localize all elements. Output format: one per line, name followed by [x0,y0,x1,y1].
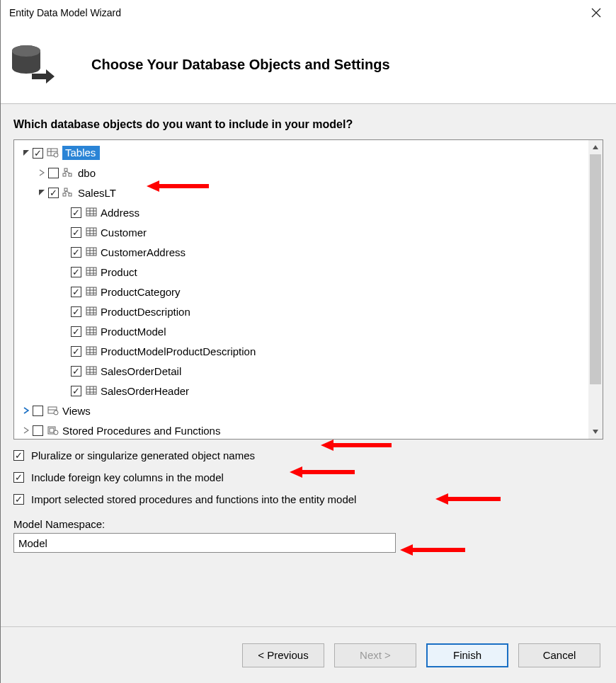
svg-point-7 [54,153,58,157]
table-icon [85,207,98,218]
tree-node-views[interactable]: Views [16,401,587,420]
tree-node-table[interactable]: CustomerAddress [16,242,587,262]
checkbox-sprocs[interactable] [33,425,43,436]
table-icon [85,286,98,297]
titlebar: Entity Data Model Wizard [1,0,616,25]
finish-button[interactable]: Finish [426,643,508,667]
checkbox-dbo[interactable] [48,168,59,178]
checkbox-table[interactable] [71,346,81,357]
tree-label-table: SalesOrderDetail [101,365,181,377]
scroll-thumb[interactable] [590,154,601,384]
svg-rect-10 [69,173,72,176]
namespace-label: Model Namespace: [13,518,603,530]
checkbox-table[interactable] [71,247,81,258]
tree-node-saleslt[interactable]: SalesLT [16,183,587,202]
namespace-input[interactable] [13,533,396,553]
chevron-down-icon[interactable] [35,189,48,196]
tree-label-table: ProductCategory [101,286,181,298]
svg-rect-48 [86,327,96,335]
wizard-window: Entity Data Model Wizard Choose Your Dat… [0,0,616,683]
button-row: < Previous Next > Finish Cancel [1,626,616,683]
table-icon [85,306,98,317]
checkbox-table[interactable] [71,326,81,337]
tree-node-table[interactable]: Product [16,262,587,282]
tree-node-table[interactable]: ProductModelProductDescription [16,341,587,361]
tree-label-views: Views [62,405,91,417]
chevron-right-icon[interactable] [20,407,33,414]
prompt-label: Which database objects do you want to in… [13,118,603,131]
chevron-right-icon[interactable] [35,169,48,176]
tree-node-table[interactable]: Address [16,202,587,222]
svg-line-12 [66,171,70,173]
svg-point-3 [12,45,40,57]
tree-label-table: Customer [101,226,147,239]
checkbox-table[interactable] [71,207,81,218]
banner: Choose Your Database Objects and Setting… [1,25,616,103]
tree-label-tables: Tables [62,146,100,160]
annotation-arrow [400,544,465,556]
scroll-down-icon[interactable] [588,425,603,439]
cancel-button[interactable]: Cancel [518,643,600,667]
banner-heading: Choose Your Database Objects and Setting… [77,57,390,73]
checkbox-table[interactable] [71,386,81,396]
svg-rect-28 [86,248,96,256]
tree-label-dbo: dbo [78,167,96,179]
option-foreign-keys-label: Include foreign key columns in the model [31,471,224,483]
next-button[interactable]: Next > [334,643,416,667]
svg-rect-23 [86,228,96,236]
checkbox-pluralize[interactable] [13,450,24,461]
object-tree[interactable]: Tables dbo [13,139,603,440]
checkbox-table[interactable] [71,306,81,317]
checkbox-table[interactable] [71,287,81,297]
checkbox-table[interactable] [71,267,81,277]
checkbox-table[interactable] [71,366,81,377]
chevron-down-icon[interactable] [20,149,33,156]
tree-node-table[interactable]: SalesOrderHeader [16,381,587,401]
svg-rect-15 [69,193,72,196]
checkbox-foreign-keys[interactable] [13,472,24,483]
tree-node-tables[interactable]: Tables [16,143,587,163]
close-icon [591,8,601,18]
svg-rect-53 [86,347,96,355]
tree-label-table: ProductDescription [101,306,190,318]
tree-label-table: ProductModelProductDescription [101,345,256,357]
schema-icon [62,167,75,178]
svg-rect-8 [64,168,67,171]
tree-node-table[interactable]: ProductModel [16,321,587,341]
scroll-up-icon[interactable] [588,140,603,154]
option-pluralize[interactable]: Pluralize or singularize generated objec… [13,449,603,461]
tree-node-dbo[interactable]: dbo [16,163,587,183]
svg-rect-58 [86,367,96,374]
tree-node-table[interactable]: SalesOrderDetail [16,361,587,381]
option-import-sprocs[interactable]: Import selected stored procedures and fu… [13,493,603,505]
svg-rect-38 [86,287,96,295]
close-button[interactable] [582,2,610,23]
scrollbar[interactable] [588,140,603,439]
schema-icon [62,187,75,198]
tree-label-table: ProductModel [101,326,166,338]
tree-node-sprocs[interactable]: Stored Procedures and Functions [16,420,587,439]
tree-label-sprocs: Stored Procedures and Functions [62,425,220,437]
tree-label-table: Product [101,266,137,278]
checkbox-views[interactable] [33,406,43,416]
table-icon [85,226,98,238]
svg-rect-14 [63,193,66,196]
views-group-icon [47,405,59,416]
chevron-right-icon[interactable] [20,427,33,434]
tree-node-table[interactable]: Customer [16,222,587,242]
checkbox-tables[interactable] [33,148,43,159]
table-icon [85,326,98,337]
tree-node-table[interactable]: ProductDescription [16,302,587,321]
database-icon [11,44,60,85]
option-foreign-keys[interactable]: Include foreign key columns in the model [13,471,603,483]
checkbox-table[interactable] [71,227,81,238]
banner-icon-holder [6,44,77,85]
option-pluralize-label: Pluralize or singularize generated objec… [31,449,255,461]
svg-rect-13 [64,188,67,191]
checkbox-import-sprocs[interactable] [13,494,24,505]
previous-button[interactable]: < Previous [242,643,324,667]
tree-label-table: Address [101,207,139,219]
checkbox-saleslt[interactable] [48,188,59,198]
svg-rect-63 [86,386,96,394]
tree-node-table[interactable]: ProductCategory [16,282,587,302]
